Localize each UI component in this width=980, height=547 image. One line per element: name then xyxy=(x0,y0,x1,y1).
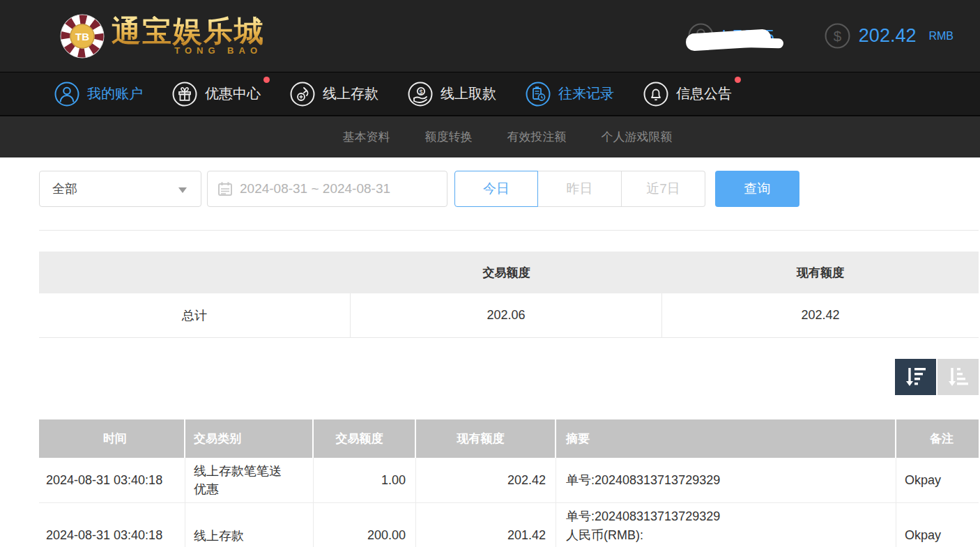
balance-amount: 202.42 xyxy=(859,25,917,47)
filter-bar: 全部 2024-08-31 ~ 2024-08-31 今日 昨日 近7日 xyxy=(39,171,979,207)
quick-range-group: 今日 昨日 近7日 xyxy=(454,171,705,207)
summary-header-blank xyxy=(39,252,351,293)
today-button[interactable]: 今日 xyxy=(454,171,538,207)
logo-title-cn: 通宝娱乐城 xyxy=(112,16,265,47)
username-display[interactable]: b7325 xyxy=(688,23,776,49)
nav-item-promotions[interactable]: 优惠中心 xyxy=(172,82,261,107)
col-header-balance: 现有额度 xyxy=(416,419,556,458)
table-row: 2024-08-31 03:40:18 线上存款 200.00 201.42 单… xyxy=(39,503,979,547)
svg-text:$: $ xyxy=(834,28,842,44)
last7days-button[interactable]: 近7日 xyxy=(622,171,705,207)
col-header-type: 交易类别 xyxy=(185,419,314,458)
top-header: TB 通宝娱乐城 TONG BAO b7325 xyxy=(0,0,980,72)
logo-text: 通宝娱乐城 TONG BAO xyxy=(112,16,265,56)
col-header-summary: 摘要 xyxy=(556,419,896,458)
summary-table: 交易额度 现有额度 总计 202.06 202.42 xyxy=(39,252,979,338)
gift-icon xyxy=(172,82,197,107)
account-records-page: TB 通宝娱乐城 TONG BAO b7325 xyxy=(0,0,980,547)
account-subnav: 基本资料 额度转换 有效投注额 个人游戏限额 xyxy=(0,116,980,157)
cell-balance: 201.42 xyxy=(416,503,556,547)
main-nav: 我的账户 优惠中心 线上存款 xyxy=(0,72,980,116)
date-range-input[interactable]: 2024-08-31 ~ 2024-08-31 xyxy=(207,171,447,207)
cell-note: Okpay xyxy=(896,503,979,547)
subnav-item-basic-info[interactable]: 基本资料 xyxy=(343,129,390,145)
col-header-note: 备注 xyxy=(896,419,979,458)
cell-type: 线上存款笔笔送 优惠 xyxy=(185,458,314,502)
cell-summary: 单号:202408313713729329 xyxy=(556,458,896,502)
cell-amount: 200.00 xyxy=(314,503,416,547)
nav-item-online-deposit[interactable]: 线上存款 xyxy=(290,82,378,107)
user-icon xyxy=(54,82,79,107)
svg-text:TB: TB xyxy=(75,31,89,43)
subnav-item-quota-transfer[interactable]: 额度转换 xyxy=(425,129,473,145)
col-header-amount: 交易额度 xyxy=(314,419,416,458)
sort-descending-button[interactable] xyxy=(895,359,936,395)
header-account-info: b7325 $ 202.42 RMB xyxy=(688,23,954,49)
logo-title-en: TONG BAO xyxy=(112,45,265,56)
dollar-circle-icon: $ xyxy=(825,23,850,49)
cell-time: 2024-08-31 03:40:18 xyxy=(39,503,185,547)
cell-note: Okpay xyxy=(896,458,979,502)
cell-balance: 202.42 xyxy=(416,458,556,502)
cell-summary: 单号:202408313713729329 人民币(RMB): 200 xyxy=(556,503,896,547)
summary-current-amount: 202.42 xyxy=(662,293,979,337)
svg-text:$: $ xyxy=(419,88,422,95)
nav-item-announcements[interactable]: 信息公告 xyxy=(643,82,732,107)
yesterday-button[interactable]: 昨日 xyxy=(538,171,622,207)
type-select-value: 全部 xyxy=(52,180,77,197)
sort-controls xyxy=(39,359,979,395)
balance-display[interactable]: $ 202.42 RMB xyxy=(825,23,954,49)
subnav-item-valid-bets[interactable]: 有效投注额 xyxy=(507,129,567,145)
nav-item-my-account[interactable]: 我的账户 xyxy=(54,82,143,107)
section-divider xyxy=(39,230,979,231)
cell-time: 2024-08-31 03:40:18 xyxy=(39,458,185,502)
transactions-header-row: 时间 交易类别 交易额度 现有额度 摘要 备注 xyxy=(39,419,979,458)
summary-total-label: 总计 xyxy=(39,293,351,337)
bell-icon xyxy=(643,82,668,107)
subnav-item-game-limits[interactable]: 个人游戏限额 xyxy=(602,129,673,145)
type-select[interactable]: 全部 xyxy=(39,171,201,207)
summary-header-transaction-amount: 交易额度 xyxy=(351,252,662,293)
site-logo[interactable]: TB 通宝娱乐城 TONG BAO xyxy=(60,12,265,61)
casino-chip-icon: TB xyxy=(60,12,105,61)
cell-type: 线上存款 xyxy=(185,503,314,547)
balance-currency: RMB xyxy=(928,30,954,43)
content-area: 全部 2024-08-31 ~ 2024-08-31 今日 昨日 近7日 xyxy=(39,171,979,547)
deposit-icon xyxy=(290,82,315,107)
records-icon xyxy=(526,82,551,107)
withdraw-icon: $ xyxy=(408,82,433,107)
sort-ascending-icon xyxy=(947,366,970,388)
masked-username: b7325 xyxy=(722,26,776,46)
calendar-icon xyxy=(217,181,233,197)
badge-dot xyxy=(263,77,270,83)
nav-item-transaction-records[interactable]: 往来记录 xyxy=(526,82,614,107)
sort-descending-icon xyxy=(904,366,928,388)
col-header-time: 时间 xyxy=(39,419,185,458)
transactions-table: 时间 交易类别 交易额度 现有额度 摘要 备注 2024-08-31 03:40… xyxy=(39,419,979,547)
summary-header-current-amount: 现有额度 xyxy=(662,252,979,293)
sort-ascending-button[interactable] xyxy=(937,359,979,395)
table-row: 2024-08-31 03:40:18 线上存款笔笔送 优惠 1.00 202.… xyxy=(39,458,979,503)
date-range-value: 2024-08-31 ~ 2024-08-31 xyxy=(240,181,390,197)
search-button[interactable]: 查询 xyxy=(715,171,799,207)
redaction-blob xyxy=(701,36,783,48)
summary-total-row: 总计 202.06 202.42 xyxy=(39,293,979,338)
summary-header-row: 交易额度 现有额度 xyxy=(39,252,979,293)
summary-transaction-amount: 202.06 xyxy=(351,293,662,337)
chevron-down-icon xyxy=(178,187,187,193)
cell-amount: 1.00 xyxy=(314,458,416,502)
badge-dot xyxy=(735,77,741,83)
nav-item-online-withdrawal[interactable]: $ 线上取款 xyxy=(408,82,496,107)
